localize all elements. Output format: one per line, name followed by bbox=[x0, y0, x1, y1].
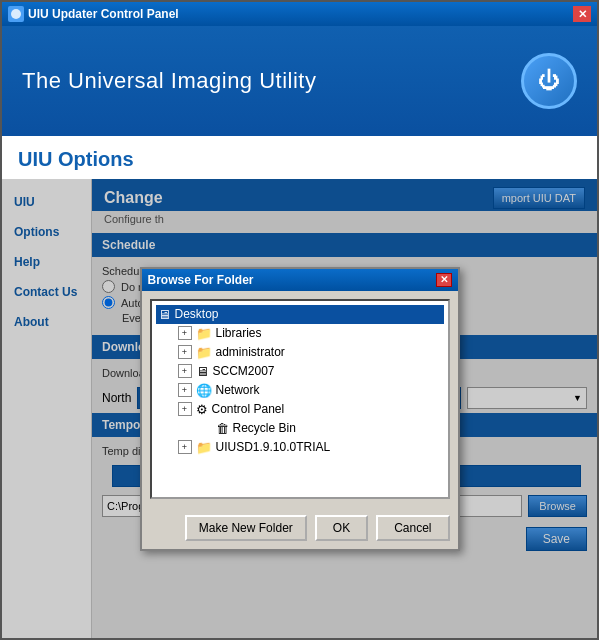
tree-item-recycle[interactable]: 🗑 Recycle Bin bbox=[196, 419, 444, 438]
recycle-icon: 🗑 bbox=[216, 421, 229, 436]
dialog-cancel-button[interactable]: Cancel bbox=[376, 515, 449, 541]
browse-dialog-overlay: Browse For Folder ✕ 🖥 Desktop bbox=[2, 179, 597, 638]
expand-libraries[interactable]: + bbox=[178, 326, 192, 340]
tree-item-network[interactable]: + 🌐 Network bbox=[176, 381, 444, 400]
content-area: UIU Options UIU Options Help Contact Us … bbox=[2, 136, 597, 638]
expand-administrator[interactable]: + bbox=[178, 345, 192, 359]
window-close-button[interactable]: ✕ bbox=[573, 6, 591, 22]
tree-item-desktop[interactable]: 🖥 Desktop bbox=[156, 305, 444, 324]
libraries-icon: 📁 bbox=[196, 326, 212, 341]
expand-uiusd[interactable]: + bbox=[178, 440, 192, 454]
titlebar-left: UIU Updater Control Panel bbox=[8, 6, 179, 22]
tree-item-libraries[interactable]: + 📁 Libraries bbox=[176, 324, 444, 343]
desktop-icon: 🖥 bbox=[158, 307, 171, 322]
tree-item-libraries-row: + 📁 Libraries bbox=[156, 324, 444, 343]
folder-tree[interactable]: 🖥 Desktop + 📁 Libraries bbox=[150, 299, 450, 499]
tree-item-label: Desktop bbox=[175, 307, 219, 321]
tree-item-label: Recycle Bin bbox=[233, 421, 296, 435]
tree-item-uiusd[interactable]: + 📁 UIUSD1.9.10.0TRIAL bbox=[176, 438, 444, 457]
controlpanel-icon: ⚙ bbox=[196, 402, 208, 417]
tree-item-controlpanel-row: + ⚙ Control Panel bbox=[156, 400, 444, 419]
tree-item-label: SCCM2007 bbox=[213, 364, 275, 378]
dialog-buttons: Make New Folder OK Cancel bbox=[142, 507, 458, 549]
window: UIU Updater Control Panel ✕ The Universa… bbox=[0, 0, 599, 640]
tree-item-label: Libraries bbox=[216, 326, 262, 340]
page-title: UIU Options bbox=[2, 136, 597, 179]
sccm-icon: 🖥 bbox=[196, 364, 209, 379]
tree-item-controlpanel[interactable]: + ⚙ Control Panel bbox=[176, 400, 444, 419]
dialog-titlebar: Browse For Folder ✕ bbox=[142, 269, 458, 291]
power-icon[interactable]: ⏻ bbox=[521, 53, 577, 109]
tree-item-sccm-row: + 🖥 SCCM2007 bbox=[156, 362, 444, 381]
app-header: The Universal Imaging Utility ⏻ bbox=[2, 26, 597, 136]
make-new-folder-button[interactable]: Make New Folder bbox=[185, 515, 307, 541]
dialog-close-button[interactable]: ✕ bbox=[436, 273, 452, 287]
tree-item-sccm[interactable]: + 🖥 SCCM2007 bbox=[176, 362, 444, 381]
tree-item-label: Network bbox=[216, 383, 260, 397]
tree-item-recycle-row: 🗑 Recycle Bin bbox=[156, 419, 444, 438]
app-icon bbox=[8, 6, 24, 22]
expand-controlpanel[interactable]: + bbox=[178, 402, 192, 416]
dialog-ok-button[interactable]: OK bbox=[315, 515, 368, 541]
tree-item-label: Control Panel bbox=[212, 402, 285, 416]
network-icon: 🌐 bbox=[196, 383, 212, 398]
uiusd-folder-icon: 📁 bbox=[196, 440, 212, 455]
window-title: UIU Updater Control Panel bbox=[28, 7, 179, 21]
app-title: The Universal Imaging Utility bbox=[22, 68, 316, 94]
dialog-title: Browse For Folder bbox=[148, 273, 254, 287]
dialog-body: 🖥 Desktop + 📁 Libraries bbox=[142, 291, 458, 507]
tree-item-label: UIUSD1.9.10.0TRIAL bbox=[216, 440, 331, 454]
tree-item-admin-row: + 📁 administrator bbox=[156, 343, 444, 362]
main-layout: UIU Options Help Contact Us About Change… bbox=[2, 179, 597, 638]
tree-item-uiusd-row: + 📁 UIUSD1.9.10.0TRIAL bbox=[156, 438, 444, 457]
svg-point-0 bbox=[11, 9, 21, 19]
tree-item-label: administrator bbox=[216, 345, 285, 359]
tree-item-network-row: + 🌐 Network bbox=[156, 381, 444, 400]
expand-network[interactable]: + bbox=[178, 383, 192, 397]
browse-for-folder-dialog: Browse For Folder ✕ 🖥 Desktop bbox=[140, 267, 460, 551]
tree-item-administrator[interactable]: + 📁 administrator bbox=[176, 343, 444, 362]
admin-folder-icon: 📁 bbox=[196, 345, 212, 360]
expand-sccm[interactable]: + bbox=[178, 364, 192, 378]
window-titlebar: UIU Updater Control Panel ✕ bbox=[2, 2, 597, 26]
